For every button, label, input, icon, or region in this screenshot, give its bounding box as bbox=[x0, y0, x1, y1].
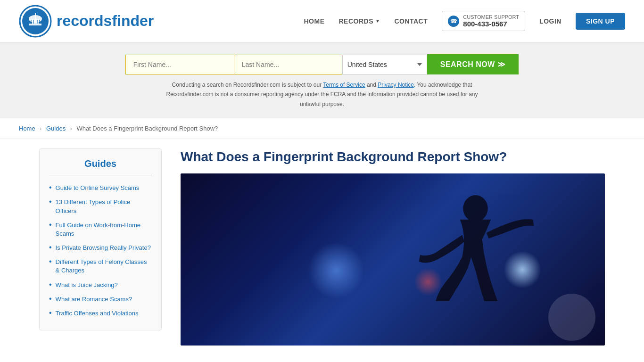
terms-link[interactable]: Terms of Service bbox=[323, 82, 365, 88]
main-nav: HOME RECORDS ▼ CONTACT ☎ CUSTOMER SUPPOR… bbox=[304, 11, 625, 31]
search-disclaimer: Conducting a search on Recordsfinder.com… bbox=[157, 80, 487, 109]
guides-list-item: Different Types of Felony Classes & Char… bbox=[49, 255, 152, 278]
guides-link-5[interactable]: What is Juice Jacking? bbox=[56, 281, 118, 289]
logo-icon[interactable] bbox=[19, 5, 52, 38]
guides-link-7[interactable]: Traffic Offenses and Violations bbox=[56, 309, 139, 318]
last-name-input[interactable] bbox=[234, 55, 342, 74]
guides-list-item: Traffic Offenses and Violations bbox=[49, 306, 152, 321]
guides-list-item: What are Romance Scams? bbox=[49, 292, 152, 306]
svg-rect-5 bbox=[35, 13, 36, 19]
privacy-link[interactable]: Privacy Notice bbox=[378, 82, 414, 88]
logo-text[interactable]: recordsfinder bbox=[57, 12, 154, 30]
svg-rect-8 bbox=[37, 20, 38, 24]
search-section: United States SEARCH NOW ≫ Conducting a … bbox=[0, 42, 644, 118]
svg-rect-7 bbox=[33, 20, 34, 24]
guides-sidebar: Guides Guide to Online Survey Scams13 Di… bbox=[39, 148, 162, 330]
search-button[interactable]: SEARCH NOW ≫ bbox=[427, 54, 519, 74]
phone-icon: ☎ bbox=[448, 16, 459, 27]
article-title: What Does a Fingerprint Background Repor… bbox=[181, 148, 605, 165]
support-label: CUSTOMER SUPPORT bbox=[463, 14, 519, 20]
site-header: recordsfinder HOME RECORDS ▼ CONTACT ☎ C… bbox=[0, 0, 644, 42]
guides-list-item: Is Private Browsing Really Private? bbox=[49, 241, 152, 255]
guides-list: Guide to Online Survey Scams13 Different… bbox=[49, 181, 152, 321]
breadcrumb-current: What Does a Fingerprint Background Repor… bbox=[76, 125, 218, 132]
breadcrumb-sep-2: › bbox=[70, 125, 72, 132]
support-info: CUSTOMER SUPPORT 800-433-0567 bbox=[463, 14, 519, 28]
guides-list-item: Guide to Online Survey Scams bbox=[49, 181, 152, 195]
svg-point-10 bbox=[463, 195, 487, 222]
svg-rect-4 bbox=[29, 24, 41, 25]
logo-text-regular: records bbox=[57, 12, 112, 29]
state-select[interactable]: United States bbox=[342, 55, 427, 74]
support-number: 800-433-0567 bbox=[463, 20, 519, 28]
guides-list-item: What is Juice Jacking? bbox=[49, 278, 152, 292]
breadcrumb-sep-1: › bbox=[40, 125, 41, 132]
login-button[interactable]: LOGIN bbox=[539, 17, 561, 25]
main-content: Guides Guide to Online Survey Scams13 Di… bbox=[20, 139, 624, 362]
breadcrumb: Home › Guides › What Does a Fingerprint … bbox=[0, 118, 644, 139]
breadcrumb-guides[interactable]: Guides bbox=[46, 125, 66, 132]
nav-home[interactable]: HOME bbox=[304, 17, 324, 25]
svg-rect-9 bbox=[39, 20, 40, 24]
chevron-down-icon: ▼ bbox=[375, 18, 380, 24]
article-content: What Does a Fingerprint Background Repor… bbox=[181, 148, 605, 345]
guides-link-3[interactable]: Is Private Browsing Really Private? bbox=[56, 244, 151, 252]
signup-button[interactable]: SIGN UP bbox=[576, 13, 625, 30]
customer-support-box[interactable]: ☎ CUSTOMER SUPPORT 800-433-0567 bbox=[442, 11, 525, 31]
article-hero-image bbox=[181, 173, 605, 346]
guides-link-1[interactable]: 13 Different Types of Police Officers bbox=[56, 198, 152, 215]
logo-text-bold: finder bbox=[112, 12, 154, 29]
logo-area[interactable]: recordsfinder bbox=[19, 5, 154, 38]
circle-decoration bbox=[548, 294, 595, 341]
guides-link-6[interactable]: What are Romance Scams? bbox=[56, 295, 132, 304]
svg-rect-6 bbox=[31, 20, 32, 24]
first-name-input[interactable] bbox=[125, 55, 234, 74]
nav-records[interactable]: RECORDS ▼ bbox=[339, 17, 380, 25]
guides-link-0[interactable]: Guide to Online Survey Scams bbox=[56, 184, 140, 192]
sidebar-title: Guides bbox=[49, 158, 152, 175]
guides-link-2[interactable]: Full Guide on Work-from-Home Scams bbox=[56, 221, 152, 238]
nav-contact[interactable]: CONTACT bbox=[394, 17, 428, 25]
breadcrumb-home[interactable]: Home bbox=[19, 125, 35, 132]
guides-list-item: Full Guide on Work-from-Home Scams bbox=[49, 218, 152, 241]
guides-link-4[interactable]: Different Types of Felony Classes & Char… bbox=[56, 258, 152, 275]
guides-list-item: 13 Different Types of Police Officers bbox=[49, 195, 152, 218]
search-form: United States SEARCH NOW ≫ bbox=[0, 54, 644, 74]
